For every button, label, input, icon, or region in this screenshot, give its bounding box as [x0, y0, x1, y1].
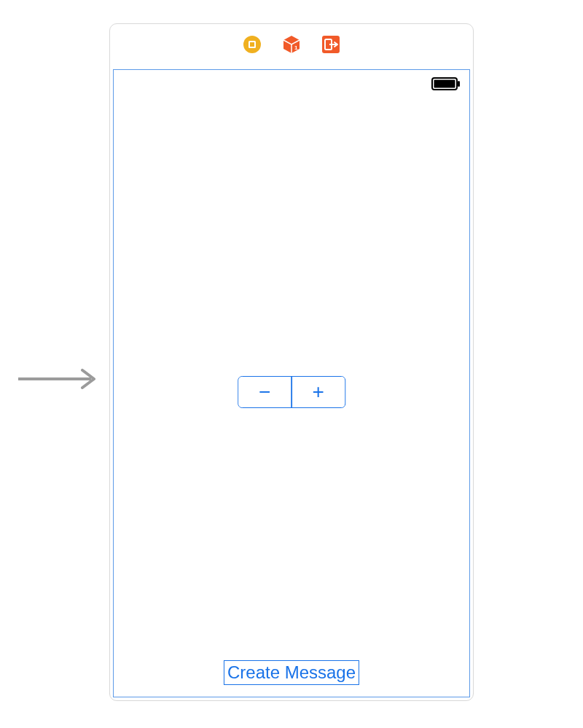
- exit-icon[interactable]: [321, 34, 341, 55]
- processor-icon[interactable]: [242, 34, 262, 55]
- svg-rect-12: [458, 81, 460, 87]
- svg-rect-3: [250, 42, 254, 47]
- segue-arrow: [18, 364, 98, 394]
- scene-toolbar: 1: [110, 24, 473, 65]
- device-scene-frame: 1 − +: [109, 23, 474, 701]
- create-message-button[interactable]: Create Message: [224, 660, 359, 685]
- create-message-label: Create Message: [227, 662, 356, 682]
- minus-glyph: −: [259, 380, 270, 404]
- cube-icon[interactable]: 1: [281, 34, 302, 55]
- stepper-minus-button[interactable]: −: [238, 377, 291, 407]
- svg-rect-11: [434, 80, 455, 88]
- view-controller-view[interactable]: − + Create Message: [113, 69, 470, 697]
- battery-icon: [431, 77, 461, 90]
- stepper-plus-button[interactable]: +: [292, 377, 345, 407]
- svg-text:1: 1: [294, 44, 298, 51]
- stepper-control[interactable]: − +: [238, 376, 345, 408]
- plus-glyph: +: [313, 380, 324, 404]
